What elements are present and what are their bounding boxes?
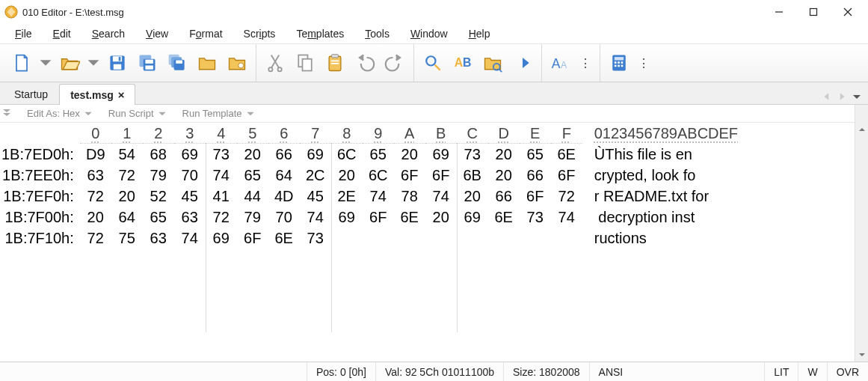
menu-file[interactable]: File (6, 26, 41, 41)
new-file-dropdown[interactable] (37, 49, 54, 77)
tab-startup[interactable]: Startup (3, 83, 59, 104)
undo-button[interactable] (351, 49, 379, 77)
hex-byte[interactable]: 66 (268, 144, 300, 165)
status-encoding[interactable]: ANSI (589, 362, 632, 381)
open-file-dropdown[interactable] (85, 49, 102, 77)
hex-byte[interactable]: 20 (488, 165, 520, 186)
hex-byte[interactable]: 69 (174, 144, 206, 165)
menu-window[interactable]: Window (401, 26, 457, 41)
cut-button[interactable] (261, 49, 289, 77)
hex-byte[interactable]: 45 (174, 186, 206, 207)
close-icon[interactable]: × (118, 88, 125, 101)
hex-byte[interactable]: 79 (143, 165, 174, 186)
hex-byte[interactable]: 6F (237, 228, 268, 249)
hex-byte[interactable]: 6E (268, 228, 300, 249)
hex-byte[interactable]: D9 (80, 144, 111, 165)
hex-byte[interactable]: 74 (174, 228, 206, 249)
menu-help[interactable]: Help (460, 26, 499, 41)
hex-byte[interactable]: 70 (174, 165, 206, 186)
hex-byte[interactable]: 6F (520, 186, 551, 207)
hex-byte[interactable]: 66 (488, 186, 520, 207)
font-button[interactable]: AA (547, 49, 575, 77)
ascii-row[interactable]: decryption inst (594, 207, 738, 228)
hex-byte[interactable]: 4D (268, 186, 300, 207)
ascii-row[interactable]: ructions (594, 228, 738, 249)
menu-search[interactable]: Search (83, 26, 134, 41)
hex-byte[interactable] (551, 228, 582, 249)
status-val[interactable]: Val: 92 5Ch 01011100b (375, 362, 503, 381)
replace-button[interactable]: AB (449, 49, 477, 77)
menu-edit[interactable]: Edit (44, 26, 80, 41)
hex-byte[interactable]: 72 (80, 228, 111, 249)
hex-byte[interactable] (520, 228, 551, 249)
hex-byte[interactable]: 74 (425, 186, 457, 207)
hex-byte[interactable]: 6E (488, 207, 520, 228)
menu-view[interactable]: View (137, 26, 177, 41)
hex-byte[interactable]: 2C (300, 165, 331, 186)
hex-byte[interactable]: 79 (237, 207, 268, 228)
hex-byte[interactable]: 74 (206, 165, 237, 186)
toolbar-overflow[interactable]: ⋮ (576, 56, 595, 70)
hex-byte[interactable]: 69 (331, 207, 363, 228)
scroll-up-icon[interactable] (855, 123, 869, 136)
hex-byte[interactable]: 75 (111, 228, 143, 249)
hex-byte[interactable]: 6F (394, 165, 425, 186)
hex-bytes[interactable]: 0123456789ABCDEF D9546869732066696C65206… (80, 123, 582, 362)
hex-byte[interactable]: 69 (206, 228, 237, 249)
hex-byte[interactable]: 63 (143, 228, 174, 249)
open-drive-button[interactable] (223, 49, 251, 77)
hex-byte[interactable]: 6B (457, 165, 488, 186)
tab-prev-icon[interactable] (822, 91, 832, 104)
hex-byte[interactable]: 6F (425, 165, 457, 186)
hex-byte[interactable]: 2E (331, 186, 363, 207)
hex-byte[interactable]: 73 (457, 144, 488, 165)
scroll-down-icon[interactable] (855, 348, 869, 362)
hex-byte[interactable]: 6F (363, 207, 394, 228)
hex-byte[interactable]: 74 (300, 207, 331, 228)
hex-byte[interactable]: 69 (300, 144, 331, 165)
hex-byte[interactable] (457, 228, 488, 249)
hex-byte[interactable]: 41 (206, 186, 237, 207)
hex-byte[interactable]: 63 (174, 207, 206, 228)
hex-byte[interactable]: 6F (551, 165, 582, 186)
hex-byte[interactable]: 72 (80, 186, 111, 207)
open-file-button[interactable] (55, 49, 84, 77)
hex-byte[interactable]: 52 (143, 186, 174, 207)
hex-byte[interactable]: 20 (457, 186, 488, 207)
hex-byte[interactable]: 69 (425, 144, 457, 165)
status-pos[interactable]: Pos: 0 [0h] (307, 362, 375, 381)
goto-button[interactable] (508, 49, 537, 77)
hex-byte[interactable]: 20 (331, 165, 363, 186)
hex-byte[interactable]: 20 (80, 207, 111, 228)
status-w[interactable]: W (798, 362, 826, 381)
menu-templates[interactable]: Templates (287, 26, 353, 41)
hex-byte[interactable]: 72 (551, 186, 582, 207)
hex-byte[interactable]: 72 (206, 207, 237, 228)
tab-next-icon[interactable] (837, 91, 847, 104)
hex-byte[interactable]: 74 (551, 207, 582, 228)
hex-byte[interactable]: 64 (111, 207, 143, 228)
tab-list-icon[interactable] (852, 91, 862, 104)
hex-byte[interactable]: 72 (111, 165, 143, 186)
tab-active[interactable]: test.msg × (59, 84, 135, 105)
status-size[interactable]: Size: 1802008 (503, 362, 589, 381)
hex-byte[interactable]: 45 (300, 186, 331, 207)
open-folder-button[interactable] (193, 49, 221, 77)
hex-byte[interactable]: 65 (143, 207, 174, 228)
hex-byte[interactable]: 66 (520, 165, 551, 186)
hex-byte[interactable]: 70 (268, 207, 300, 228)
copy-button[interactable] (291, 49, 319, 77)
vertical-scrollbar[interactable] (855, 123, 868, 362)
hex-byte[interactable]: 69 (457, 207, 488, 228)
hex-byte[interactable]: 64 (268, 165, 300, 186)
ascii-row[interactable]: r README.txt for (594, 186, 738, 207)
paste-button[interactable] (321, 49, 349, 77)
hex-byte[interactable]: 6E (394, 207, 425, 228)
hex-byte[interactable]: 20 (488, 144, 520, 165)
hex-byte[interactable]: 20 (111, 186, 143, 207)
hex-byte[interactable] (394, 228, 425, 249)
hex-byte[interactable] (331, 228, 363, 249)
run-script-dropdown[interactable]: Run Script (108, 108, 167, 119)
find-button[interactable] (419, 49, 447, 77)
hex-byte[interactable]: 6E (551, 144, 582, 165)
